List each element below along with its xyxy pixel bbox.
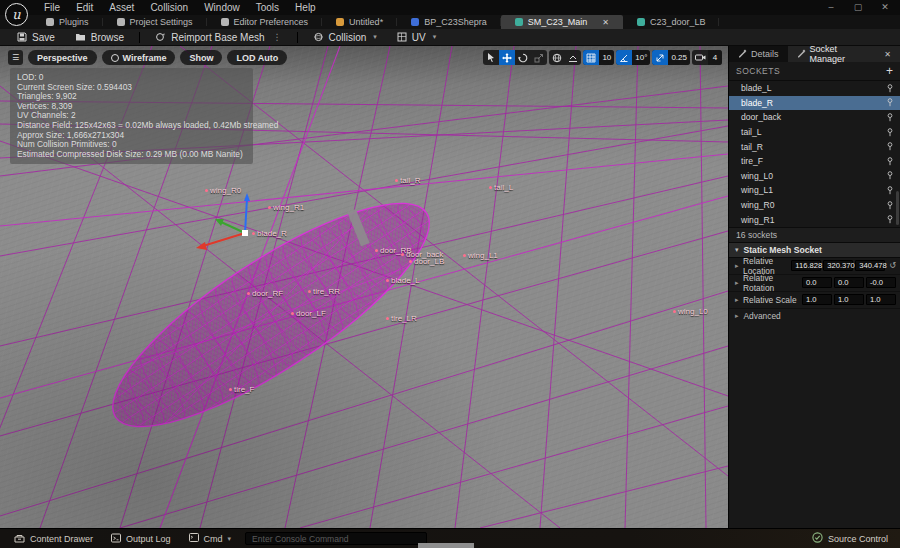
menu-bar: u FileEditAssetCollisionWindowToolsHelp … bbox=[0, 0, 900, 15]
surface-snap-toggle[interactable] bbox=[565, 50, 581, 65]
socket-row-door_back[interactable]: door_back bbox=[729, 110, 900, 125]
viewport-socket-label-wing_L0[interactable]: wing_L0 bbox=[673, 307, 708, 316]
collision-menu-button[interactable]: Collision ▾ bbox=[304, 29, 386, 46]
grid-snap-toggle[interactable] bbox=[583, 50, 599, 65]
scale-snap-toggle[interactable] bbox=[652, 50, 668, 65]
socket-row-tail_L[interactable]: tail_L bbox=[729, 125, 900, 140]
world-space-toggle[interactable] bbox=[549, 50, 565, 65]
viewport-socket-label-tail_L[interactable]: tail_L bbox=[489, 183, 513, 192]
close-button[interactable]: ✕ bbox=[880, 2, 890, 12]
value-field-y[interactable]: 320.370 bbox=[823, 260, 853, 271]
expand-icon[interactable]: ▸ bbox=[735, 296, 743, 304]
unreal-logo-icon: u bbox=[5, 3, 28, 26]
uv-icon bbox=[397, 32, 407, 42]
value-field-x[interactable]: 1.0 bbox=[802, 294, 832, 305]
viewport-socket-label-wing_R0[interactable]: wing_R0 bbox=[205, 186, 241, 195]
socket-row-wing_L1[interactable]: wing_L1 bbox=[729, 183, 900, 198]
viewport-socket-label-tail_R[interactable]: tail_R bbox=[395, 176, 420, 185]
tab-project-settings[interactable]: Project Settings bbox=[103, 15, 207, 29]
rotation-snap-toggle[interactable] bbox=[616, 50, 632, 65]
source-control-button[interactable]: Source Control bbox=[812, 532, 894, 545]
tab-bp-c23shepra[interactable]: BP_C23Shepra bbox=[397, 15, 501, 29]
value-field-x[interactable]: 0.0 bbox=[802, 277, 832, 288]
value-field-y[interactable]: 0.0 bbox=[834, 277, 864, 288]
viewport-socket-label-wing_R1[interactable]: wing_R1 bbox=[268, 203, 304, 212]
menu-item-file[interactable]: File bbox=[36, 0, 68, 15]
viewport-socket-label-tire_F[interactable]: tire_F bbox=[229, 385, 254, 394]
content-drawer-button[interactable]: Content Drawer bbox=[6, 529, 101, 548]
tab-untitled-[interactable]: Untitled* bbox=[322, 15, 397, 29]
browse-button[interactable]: Browse bbox=[66, 29, 133, 46]
uv-menu-button[interactable]: UV ▾ bbox=[388, 29, 445, 46]
socket-row-tail_R[interactable]: tail_R bbox=[729, 139, 900, 154]
menu-item-window[interactable]: Window bbox=[196, 0, 248, 15]
viewport-socket-label-door_RF[interactable]: door_RF bbox=[247, 289, 283, 298]
console-command-input[interactable]: Enter Console Command bbox=[245, 532, 427, 545]
socket-row-wing_R1[interactable]: wing_R1 bbox=[729, 212, 900, 227]
save-button[interactable]: Save bbox=[8, 29, 64, 46]
reimport-options-icon[interactable]: ⋮ bbox=[273, 32, 282, 42]
grid-snap-value[interactable]: 10 bbox=[599, 50, 614, 65]
advanced-section[interactable]: ▸ Advanced bbox=[729, 309, 900, 324]
menu-item-tools[interactable]: Tools bbox=[248, 0, 287, 15]
source-control-label: Source Control bbox=[828, 534, 888, 544]
socket-row-blade_R[interactable]: blade_R bbox=[729, 96, 900, 111]
viewport-socket-label-tire_RR[interactable]: tire_RR bbox=[308, 287, 340, 296]
value-field-x[interactable]: 116.828 bbox=[791, 260, 821, 271]
reimport-base-mesh-button[interactable]: Reimport Base Mesh ⋮ bbox=[146, 29, 290, 46]
value-field-z[interactable]: 1.0 bbox=[866, 294, 896, 305]
socket-list-scrollbar[interactable] bbox=[896, 191, 899, 225]
socket-row-wing_R0[interactable]: wing_R0 bbox=[729, 198, 900, 213]
tab-editor-preferences[interactable]: Editor Preferences bbox=[207, 15, 323, 29]
socket-row-blade_L[interactable]: blade_L bbox=[729, 81, 900, 96]
menu-item-collision[interactable]: Collision bbox=[142, 0, 196, 15]
value-field-z[interactable]: -0.0 bbox=[866, 277, 896, 288]
output-log-button[interactable]: Output Log bbox=[103, 529, 179, 548]
viewport-socket-label-tire_LR[interactable]: tire_LR bbox=[386, 314, 417, 323]
socket-row-wing_L0[interactable]: wing_L0 bbox=[729, 169, 900, 184]
viewport-socket-label-door_LF[interactable]: door_LF bbox=[291, 309, 326, 318]
viewport-socket-label-wing_L1[interactable]: wing_L1 bbox=[463, 251, 498, 260]
pill-label: LOD Auto bbox=[236, 53, 278, 63]
socket-name: blade_R bbox=[741, 98, 773, 108]
menu-item-asset[interactable]: Asset bbox=[101, 0, 142, 15]
socket-row-tire_F[interactable]: tire_F bbox=[729, 154, 900, 169]
tab-plugins[interactable]: Plugins bbox=[32, 15, 103, 29]
cmd-button[interactable]: Cmd ▾ bbox=[181, 529, 240, 548]
value-field-z[interactable]: 340.478 bbox=[855, 260, 885, 271]
minimize-button[interactable]: – bbox=[826, 2, 836, 12]
viewport-3d[interactable]: ☰ PerspectiveWireframeShowLOD Auto LOD: … bbox=[0, 46, 728, 528]
bottom-scrollbar[interactable] bbox=[418, 543, 474, 548]
tab-close-icon[interactable]: ✕ bbox=[884, 50, 891, 59]
expand-icon[interactable]: ▸ bbox=[735, 279, 743, 287]
camera-speed-value[interactable]: 4 bbox=[708, 50, 722, 65]
viewport-pill-show[interactable]: Show bbox=[180, 50, 222, 65]
viewport-pill-perspective[interactable]: Perspective bbox=[28, 50, 97, 65]
panel-tab-details[interactable]: Details bbox=[729, 46, 788, 62]
tab-close-icon[interactable]: ✕ bbox=[602, 18, 609, 27]
viewport-socket-label-blade_L[interactable]: blade_L bbox=[386, 276, 419, 285]
move-tool-button[interactable] bbox=[499, 50, 515, 65]
menu-item-edit[interactable]: Edit bbox=[68, 0, 101, 15]
menu-item-help[interactable]: Help bbox=[287, 0, 324, 15]
scale-tool-button[interactable] bbox=[531, 50, 547, 65]
tab-sm-c23-main[interactable]: SM_C23_Main✕ bbox=[501, 15, 623, 29]
add-socket-button[interactable]: + bbox=[886, 66, 893, 76]
tab-c23-door-lb[interactable]: C23_door_LB bbox=[623, 15, 720, 29]
scale-snap-value[interactable]: 0.25 bbox=[668, 50, 690, 65]
viewport-socket-label-door_LB[interactable]: door_LB bbox=[409, 257, 444, 266]
viewport-menu-icon[interactable]: ☰ bbox=[8, 50, 23, 65]
viewport-socket-label-blade_R[interactable]: blade_R bbox=[252, 229, 287, 238]
viewport-pill-wireframe[interactable]: Wireframe bbox=[102, 50, 176, 65]
value-field-y[interactable]: 1.0 bbox=[834, 294, 864, 305]
expand-icon[interactable]: ▸ bbox=[735, 262, 743, 270]
select-tool-button[interactable] bbox=[483, 50, 499, 65]
panel-tab-socket-manager[interactable]: Socket Manager✕ bbox=[788, 46, 900, 62]
maximize-button[interactable]: ▢ bbox=[853, 2, 863, 12]
reset-to-default-icon[interactable]: ↺ bbox=[889, 261, 896, 270]
viewport-pill-lod-auto[interactable]: LOD Auto bbox=[227, 50, 287, 65]
camera-speed-button[interactable] bbox=[692, 50, 708, 65]
panel-tab-label: Details bbox=[751, 49, 779, 59]
rotation-snap-value[interactable]: 10° bbox=[632, 50, 650, 65]
rotate-tool-button[interactable] bbox=[515, 50, 531, 65]
